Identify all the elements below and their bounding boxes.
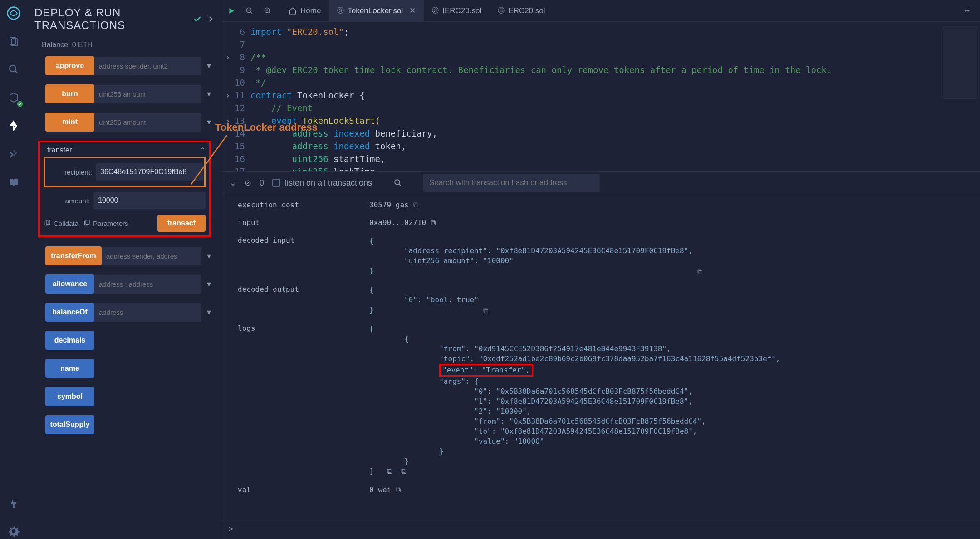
mint-button[interactable]: mint: [45, 113, 94, 132]
parameters-button[interactable]: Parameters: [83, 220, 128, 227]
search-icon[interactable]: [6, 62, 21, 77]
fn-mint-row: mint ▾: [38, 113, 211, 132]
terminal-output[interactable]: execution cost 30579 gas⧉ input 0xa90...…: [222, 194, 980, 539]
approve-input[interactable]: [94, 57, 201, 75]
fn-balanceof-row: balanceOf ▾: [38, 303, 211, 322]
recipient-input[interactable]: [96, 163, 203, 181]
symbol-button[interactable]: symbol: [45, 387, 94, 406]
fn-decimals-row: decimals: [38, 331, 211, 350]
svg-line-20: [399, 184, 401, 186]
svg-line-13: [250, 12, 252, 14]
tab-erc20[interactable]: Ⓢ ERC20.sol: [490, 0, 553, 21]
zoom-out-icon[interactable]: [240, 7, 259, 15]
approve-button[interactable]: approve: [45, 56, 94, 75]
name-button[interactable]: name: [45, 359, 94, 378]
editor-topbar: Home Ⓢ TokenLocker.sol ✕ Ⓢ IERC20.sol Ⓢ …: [222, 0, 980, 22]
transact-button[interactable]: transact: [157, 215, 206, 232]
remix-logo-icon[interactable]: [6, 5, 21, 21]
mint-input[interactable]: [94, 113, 201, 132]
decoded-input-json: { "address recipient": "0xf8e81D47203A59…: [369, 236, 693, 276]
terminal-search-input[interactable]: [423, 174, 600, 192]
plugin-manager-icon[interactable]: [6, 495, 21, 511]
chevron-down-icon[interactable]: ▾: [207, 117, 211, 127]
plugin-book-icon[interactable]: [6, 174, 21, 190]
solidity-icon: Ⓢ: [498, 6, 505, 15]
panel-title: DEPLOY & RUN TRANSACTIONS: [34, 6, 188, 32]
chevron-right-icon[interactable]: [206, 15, 215, 23]
amount-label: amount:: [44, 197, 93, 205]
chevron-down-icon[interactable]: ▾: [207, 89, 211, 99]
compiler-icon[interactable]: [6, 90, 21, 105]
run-icon[interactable]: [222, 7, 240, 15]
event-transfer-highlight: "event": "Transfer",: [439, 364, 533, 377]
exec-cost-label: execution cost: [238, 201, 369, 209]
burn-button[interactable]: burn: [45, 84, 94, 103]
minimap[interactable]: [943, 26, 977, 99]
burn-input[interactable]: [94, 85, 201, 103]
clear-icon[interactable]: ⊘: [245, 178, 251, 188]
collapse-icon[interactable]: ⌄: [230, 178, 236, 188]
code-editor[interactable]: 67 ›8 910 ›11 12 ›13 1415 1617 import "E…: [222, 22, 980, 172]
code-body[interactable]: import "ERC20.sol"; /** * @dev ERC20 tok…: [250, 22, 832, 172]
listen-checkbox[interactable]: listen on all transactions: [272, 178, 372, 188]
allowance-input[interactable]: [94, 275, 201, 294]
recipient-label: recipient:: [46, 168, 96, 176]
expand-icon[interactable]: ↔: [963, 6, 980, 15]
logs-json: [ { "from": "0xd9145CCE52D386f254917e481…: [369, 324, 780, 476]
svg-point-0: [8, 7, 20, 20]
settings-icon[interactable]: [6, 524, 21, 539]
copy-icon[interactable]: ⧉: [483, 306, 488, 315]
terminal-prompt[interactable]: >: [222, 519, 980, 539]
balance-label: Balance: 0 ETH: [38, 41, 211, 49]
copy-icon[interactable]: ⧉: [431, 218, 436, 227]
deploy-icon[interactable]: [6, 118, 21, 133]
fn-allowance-row: allowance ▾: [38, 274, 211, 294]
copy-icon[interactable]: ⧉: [413, 201, 418, 209]
calldata-button[interactable]: Calldata: [44, 220, 78, 227]
recipient-highlight: recipient:: [44, 157, 206, 187]
debugger-icon[interactable]: [6, 146, 21, 162]
svg-point-19: [395, 180, 400, 185]
search-icon[interactable]: [394, 179, 402, 187]
allowance-button[interactable]: allowance: [45, 274, 94, 294]
zoom-in-icon[interactable]: [259, 7, 277, 15]
deploy-run-panel: TokenLocker address DEPLOY & RUN TRANSAC…: [27, 0, 222, 539]
tab-tokenlocker[interactable]: Ⓢ TokenLocker.sol ✕: [329, 0, 424, 21]
decoded-output-label: decoded output: [238, 285, 369, 315]
balanceof-input[interactable]: [94, 303, 201, 322]
chevron-down-icon[interactable]: ▾: [207, 307, 211, 317]
decimals-button[interactable]: decimals: [45, 331, 94, 350]
amount-input[interactable]: [93, 192, 206, 209]
transferfrom-button[interactable]: transferFrom: [45, 246, 102, 265]
decoded-input-label: decoded input: [238, 236, 369, 276]
svg-marker-11: [230, 8, 235, 14]
fn-symbol-row: symbol: [38, 387, 211, 406]
totalsupply-button[interactable]: totalSupply: [45, 415, 94, 434]
balanceof-button[interactable]: balanceOf: [45, 303, 94, 322]
solidity-icon: Ⓢ: [337, 6, 344, 15]
transferfrom-input[interactable]: [102, 247, 201, 265]
file-explorer-icon[interactable]: [6, 34, 21, 49]
pending-count: 0: [260, 178, 264, 188]
copy-icon[interactable]: ⧉: [697, 267, 702, 276]
copy-icon[interactable]: ⧉: [387, 467, 392, 475]
icon-sidebar: [0, 0, 27, 539]
chevron-down-icon[interactable]: ▾: [207, 251, 211, 261]
fn-burn-row: burn ▾: [38, 84, 211, 103]
chevron-down-icon[interactable]: ▾: [207, 279, 211, 289]
tab-ierc20[interactable]: Ⓢ IERC20.sol: [424, 0, 490, 21]
chevron-down-icon[interactable]: ▾: [207, 61, 211, 71]
copy-icon[interactable]: ⧉: [396, 485, 401, 494]
input-label: input: [238, 218, 369, 227]
terminal-toolbar: ⌄ ⊘ 0 listen on all transactions: [222, 172, 980, 194]
logs-label: logs: [238, 324, 369, 476]
fn-approve-row: approve ▾: [38, 56, 211, 75]
fn-totalsupply-row: totalSupply: [38, 415, 211, 434]
annotation-tokenlocker-address: TokenLocker address: [215, 122, 318, 133]
check-icon[interactable]: [193, 15, 202, 24]
solidity-icon: Ⓢ: [432, 6, 439, 15]
copy-icon[interactable]: ⧉: [401, 467, 406, 475]
chevron-up-icon[interactable]: ⌃: [200, 146, 206, 155]
close-icon[interactable]: ✕: [409, 6, 416, 15]
tab-home[interactable]: Home: [280, 0, 329, 21]
